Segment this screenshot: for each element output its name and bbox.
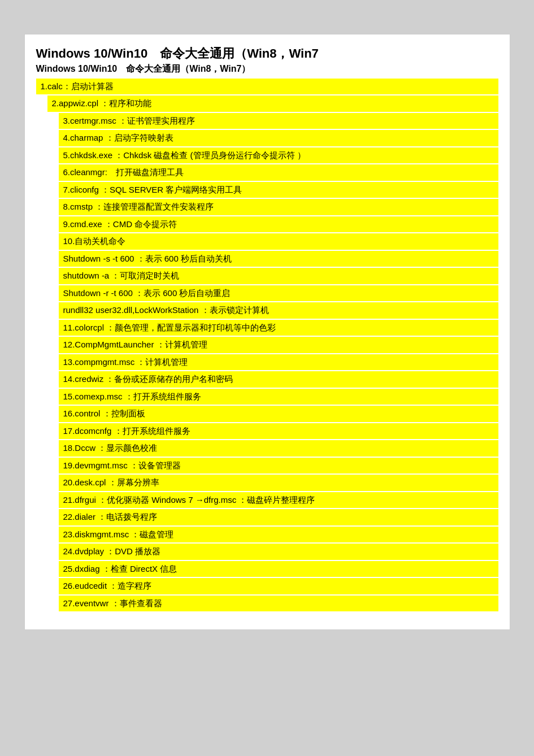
list-item: rundll32 user32.dll,LockWorkStation ：表示锁…	[59, 302, 498, 319]
list-item: Shutdown -r -t 600 ：表示 600 秒后自动重启	[59, 285, 498, 302]
list-item: 6.cleanmgr: 打开磁盘清理工具	[59, 164, 498, 181]
list-item: 8.cmstp ：连接管理器配置文件安装程序	[59, 199, 498, 215]
list-item: 26.eudcedit ：造字程序	[59, 578, 498, 594]
list-item: 2.appwiz.cpl ：程序和功能	[47, 95, 498, 112]
list-item: 18.Dccw ：显示颜色校准	[59, 440, 498, 457]
list-item: 25.dxdiag ：检查 DirectX 信息	[59, 561, 498, 577]
list-item: 19.devmgmt.msc ：设备管理器	[59, 458, 498, 474]
list-item: 14.credwiz ：备份或还原储存的用户名和密码	[59, 371, 498, 388]
list-item: 22.dialer ：电话拨号程序	[59, 509, 498, 525]
list-item: 7.cliconfg ：SQL SERVER 客户端网络实用工具	[59, 182, 498, 198]
list-item: 20.desk.cpl ：屏幕分辨率	[59, 475, 498, 491]
main-title: Windows 10/Win10 命令大全通用（Win8，Win7	[36, 46, 498, 62]
list-item: 16.control ：控制面板	[59, 406, 498, 422]
page-container: Windows 10/Win10 命令大全通用（Win8，Win7 Window…	[24, 34, 510, 630]
list-item: Shutdown -s -t 600 ：表示 600 秒后自动关机	[59, 251, 498, 267]
list-item: 24.dvdplay ：DVD 播放器	[59, 544, 498, 560]
list-item: 9.cmd.exe ：CMD 命令提示符	[59, 216, 498, 233]
list-item: 15.comexp.msc ：打开系统组件服务	[59, 389, 498, 405]
list-item: 1.calc：启动计算器	[36, 79, 498, 95]
list-item: 17.dcomcnfg ：打开系统组件服务	[59, 423, 498, 440]
list-item: 27.eventvwr ：事件查看器	[59, 596, 498, 612]
list-item: 12.CompMgmtLauncher ：计算机管理	[59, 337, 498, 353]
list-item: 13.compmgmt.msc ：计算机管理	[59, 354, 498, 371]
list-item: 23.diskmgmt.msc ：磁盘管理	[59, 527, 498, 543]
list-item: shutdown -a ：可取消定时关机	[59, 268, 498, 284]
list-item: 5.chkdsk.exe ：Chkdsk 磁盘检查 (管理员身份运行命令提示符 …	[59, 147, 498, 164]
list-item: 10.自动关机命令	[59, 233, 498, 250]
content-list: 1.calc：启动计算器2.appwiz.cpl ：程序和功能3.certmgr…	[36, 79, 498, 612]
list-item: 11.colorcpl ：颜色管理，配置显示器和打印机等中的色彩	[59, 320, 498, 336]
list-item: 3.certmgr.msc ：证书管理实用程序	[59, 113, 498, 129]
sub-title: Windows 10/Win10 命令大全通用（Win8，Win7）	[36, 63, 498, 75]
list-item: 21.dfrgui ：优化驱动器 Windows 7 →dfrg.msc ：磁盘…	[59, 492, 498, 509]
list-item: 4.charmap ：启动字符映射表	[59, 130, 498, 146]
